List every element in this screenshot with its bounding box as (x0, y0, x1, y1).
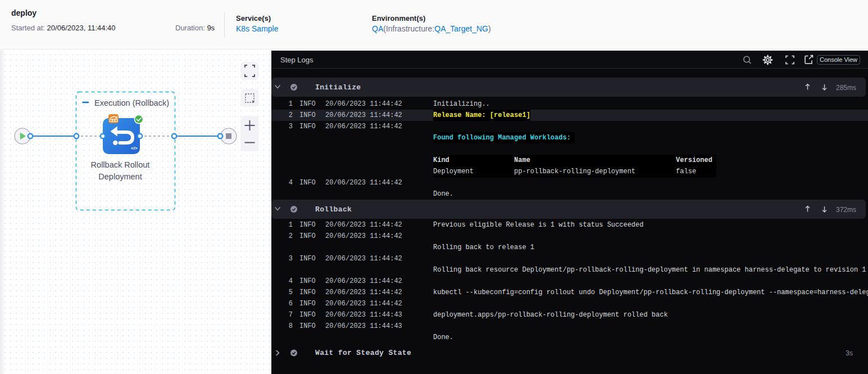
svg-text:</>: </> (131, 146, 138, 151)
